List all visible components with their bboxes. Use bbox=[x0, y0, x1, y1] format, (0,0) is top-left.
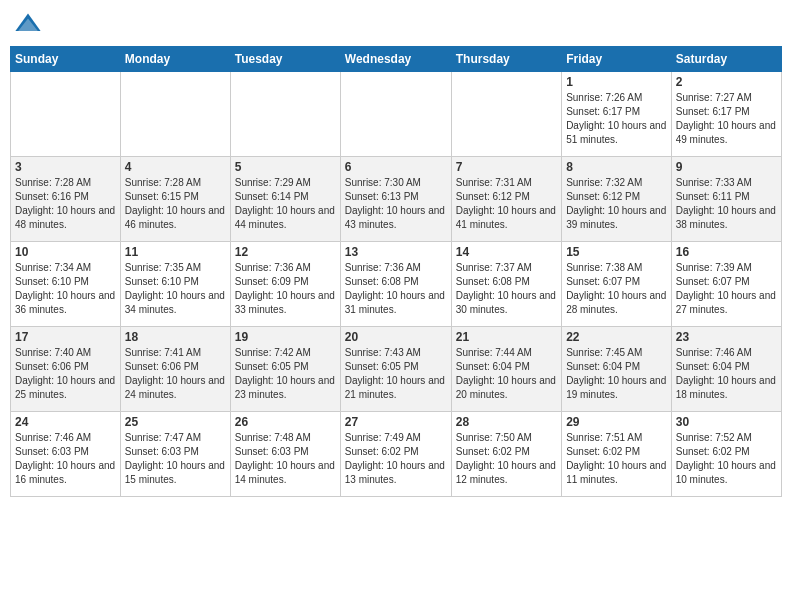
calendar-week-row: 3Sunrise: 7:28 AMSunset: 6:16 PMDaylight… bbox=[11, 157, 782, 242]
calendar-cell: 7Sunrise: 7:31 AMSunset: 6:12 PMDaylight… bbox=[451, 157, 561, 242]
weekday-header-thursday: Thursday bbox=[451, 47, 561, 72]
day-number: 3 bbox=[15, 160, 116, 174]
day-number: 15 bbox=[566, 245, 667, 259]
calendar-cell: 16Sunrise: 7:39 AMSunset: 6:07 PMDayligh… bbox=[671, 242, 781, 327]
day-number: 13 bbox=[345, 245, 447, 259]
day-number: 9 bbox=[676, 160, 777, 174]
day-info: Sunrise: 7:43 AMSunset: 6:05 PMDaylight:… bbox=[345, 346, 447, 402]
weekday-header-monday: Monday bbox=[120, 47, 230, 72]
weekday-header-wednesday: Wednesday bbox=[340, 47, 451, 72]
day-number: 7 bbox=[456, 160, 557, 174]
day-number: 27 bbox=[345, 415, 447, 429]
calendar-table: SundayMondayTuesdayWednesdayThursdayFrid… bbox=[10, 46, 782, 497]
calendar-cell: 6Sunrise: 7:30 AMSunset: 6:13 PMDaylight… bbox=[340, 157, 451, 242]
calendar-cell: 13Sunrise: 7:36 AMSunset: 6:08 PMDayligh… bbox=[340, 242, 451, 327]
day-info: Sunrise: 7:31 AMSunset: 6:12 PMDaylight:… bbox=[456, 176, 557, 232]
day-info: Sunrise: 7:28 AMSunset: 6:16 PMDaylight:… bbox=[15, 176, 116, 232]
calendar-cell: 15Sunrise: 7:38 AMSunset: 6:07 PMDayligh… bbox=[562, 242, 672, 327]
calendar-cell: 3Sunrise: 7:28 AMSunset: 6:16 PMDaylight… bbox=[11, 157, 121, 242]
calendar-cell bbox=[11, 72, 121, 157]
calendar-cell: 27Sunrise: 7:49 AMSunset: 6:02 PMDayligh… bbox=[340, 412, 451, 497]
calendar-cell bbox=[120, 72, 230, 157]
calendar-cell: 12Sunrise: 7:36 AMSunset: 6:09 PMDayligh… bbox=[230, 242, 340, 327]
day-number: 24 bbox=[15, 415, 116, 429]
calendar-cell bbox=[451, 72, 561, 157]
calendar-cell: 25Sunrise: 7:47 AMSunset: 6:03 PMDayligh… bbox=[120, 412, 230, 497]
calendar-cell: 2Sunrise: 7:27 AMSunset: 6:17 PMDaylight… bbox=[671, 72, 781, 157]
day-number: 14 bbox=[456, 245, 557, 259]
calendar-week-row: 17Sunrise: 7:40 AMSunset: 6:06 PMDayligh… bbox=[11, 327, 782, 412]
day-info: Sunrise: 7:41 AMSunset: 6:06 PMDaylight:… bbox=[125, 346, 226, 402]
day-info: Sunrise: 7:46 AMSunset: 6:03 PMDaylight:… bbox=[15, 431, 116, 487]
day-number: 22 bbox=[566, 330, 667, 344]
calendar-week-row: 24Sunrise: 7:46 AMSunset: 6:03 PMDayligh… bbox=[11, 412, 782, 497]
day-number: 28 bbox=[456, 415, 557, 429]
calendar-cell: 29Sunrise: 7:51 AMSunset: 6:02 PMDayligh… bbox=[562, 412, 672, 497]
logo-icon bbox=[14, 10, 42, 38]
day-info: Sunrise: 7:45 AMSunset: 6:04 PMDaylight:… bbox=[566, 346, 667, 402]
day-info: Sunrise: 7:44 AMSunset: 6:04 PMDaylight:… bbox=[456, 346, 557, 402]
calendar-week-row: 10Sunrise: 7:34 AMSunset: 6:10 PMDayligh… bbox=[11, 242, 782, 327]
day-number: 30 bbox=[676, 415, 777, 429]
day-number: 10 bbox=[15, 245, 116, 259]
weekday-header-tuesday: Tuesday bbox=[230, 47, 340, 72]
day-info: Sunrise: 7:40 AMSunset: 6:06 PMDaylight:… bbox=[15, 346, 116, 402]
calendar-cell bbox=[230, 72, 340, 157]
page-header bbox=[10, 10, 782, 38]
day-info: Sunrise: 7:27 AMSunset: 6:17 PMDaylight:… bbox=[676, 91, 777, 147]
calendar-cell: 8Sunrise: 7:32 AMSunset: 6:12 PMDaylight… bbox=[562, 157, 672, 242]
calendar-cell: 14Sunrise: 7:37 AMSunset: 6:08 PMDayligh… bbox=[451, 242, 561, 327]
day-info: Sunrise: 7:46 AMSunset: 6:04 PMDaylight:… bbox=[676, 346, 777, 402]
calendar-cell: 20Sunrise: 7:43 AMSunset: 6:05 PMDayligh… bbox=[340, 327, 451, 412]
day-number: 17 bbox=[15, 330, 116, 344]
calendar-cell: 23Sunrise: 7:46 AMSunset: 6:04 PMDayligh… bbox=[671, 327, 781, 412]
day-number: 8 bbox=[566, 160, 667, 174]
day-number: 11 bbox=[125, 245, 226, 259]
day-info: Sunrise: 7:38 AMSunset: 6:07 PMDaylight:… bbox=[566, 261, 667, 317]
day-number: 26 bbox=[235, 415, 336, 429]
day-info: Sunrise: 7:36 AMSunset: 6:09 PMDaylight:… bbox=[235, 261, 336, 317]
day-info: Sunrise: 7:35 AMSunset: 6:10 PMDaylight:… bbox=[125, 261, 226, 317]
day-info: Sunrise: 7:32 AMSunset: 6:12 PMDaylight:… bbox=[566, 176, 667, 232]
calendar-cell: 19Sunrise: 7:42 AMSunset: 6:05 PMDayligh… bbox=[230, 327, 340, 412]
calendar-cell: 24Sunrise: 7:46 AMSunset: 6:03 PMDayligh… bbox=[11, 412, 121, 497]
day-info: Sunrise: 7:36 AMSunset: 6:08 PMDaylight:… bbox=[345, 261, 447, 317]
day-info: Sunrise: 7:50 AMSunset: 6:02 PMDaylight:… bbox=[456, 431, 557, 487]
calendar-cell: 30Sunrise: 7:52 AMSunset: 6:02 PMDayligh… bbox=[671, 412, 781, 497]
day-info: Sunrise: 7:42 AMSunset: 6:05 PMDaylight:… bbox=[235, 346, 336, 402]
day-number: 4 bbox=[125, 160, 226, 174]
day-number: 2 bbox=[676, 75, 777, 89]
calendar-cell: 5Sunrise: 7:29 AMSunset: 6:14 PMDaylight… bbox=[230, 157, 340, 242]
day-info: Sunrise: 7:51 AMSunset: 6:02 PMDaylight:… bbox=[566, 431, 667, 487]
day-number: 29 bbox=[566, 415, 667, 429]
calendar-cell: 4Sunrise: 7:28 AMSunset: 6:15 PMDaylight… bbox=[120, 157, 230, 242]
day-number: 23 bbox=[676, 330, 777, 344]
calendar-cell: 21Sunrise: 7:44 AMSunset: 6:04 PMDayligh… bbox=[451, 327, 561, 412]
calendar-cell: 1Sunrise: 7:26 AMSunset: 6:17 PMDaylight… bbox=[562, 72, 672, 157]
calendar-cell: 17Sunrise: 7:40 AMSunset: 6:06 PMDayligh… bbox=[11, 327, 121, 412]
day-number: 16 bbox=[676, 245, 777, 259]
weekday-header-saturday: Saturday bbox=[671, 47, 781, 72]
calendar-cell: 10Sunrise: 7:34 AMSunset: 6:10 PMDayligh… bbox=[11, 242, 121, 327]
day-info: Sunrise: 7:52 AMSunset: 6:02 PMDaylight:… bbox=[676, 431, 777, 487]
day-info: Sunrise: 7:47 AMSunset: 6:03 PMDaylight:… bbox=[125, 431, 226, 487]
day-number: 18 bbox=[125, 330, 226, 344]
day-number: 5 bbox=[235, 160, 336, 174]
day-info: Sunrise: 7:33 AMSunset: 6:11 PMDaylight:… bbox=[676, 176, 777, 232]
calendar-cell: 22Sunrise: 7:45 AMSunset: 6:04 PMDayligh… bbox=[562, 327, 672, 412]
day-number: 21 bbox=[456, 330, 557, 344]
day-number: 19 bbox=[235, 330, 336, 344]
day-info: Sunrise: 7:39 AMSunset: 6:07 PMDaylight:… bbox=[676, 261, 777, 317]
calendar-cell bbox=[340, 72, 451, 157]
calendar-cell: 28Sunrise: 7:50 AMSunset: 6:02 PMDayligh… bbox=[451, 412, 561, 497]
calendar-cell: 11Sunrise: 7:35 AMSunset: 6:10 PMDayligh… bbox=[120, 242, 230, 327]
day-number: 25 bbox=[125, 415, 226, 429]
calendar-week-row: 1Sunrise: 7:26 AMSunset: 6:17 PMDaylight… bbox=[11, 72, 782, 157]
day-info: Sunrise: 7:30 AMSunset: 6:13 PMDaylight:… bbox=[345, 176, 447, 232]
day-number: 12 bbox=[235, 245, 336, 259]
day-info: Sunrise: 7:34 AMSunset: 6:10 PMDaylight:… bbox=[15, 261, 116, 317]
weekday-header-sunday: Sunday bbox=[11, 47, 121, 72]
day-info: Sunrise: 7:26 AMSunset: 6:17 PMDaylight:… bbox=[566, 91, 667, 147]
day-info: Sunrise: 7:37 AMSunset: 6:08 PMDaylight:… bbox=[456, 261, 557, 317]
day-info: Sunrise: 7:28 AMSunset: 6:15 PMDaylight:… bbox=[125, 176, 226, 232]
